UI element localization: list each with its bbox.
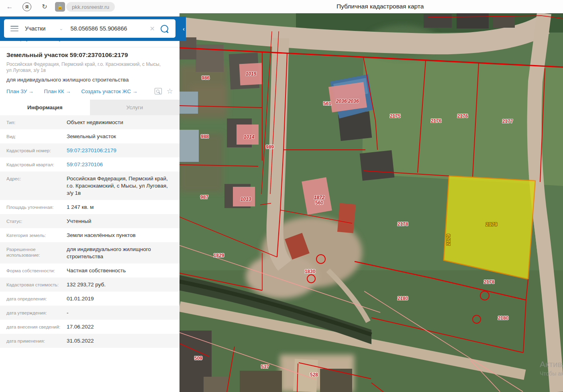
parcel-title: Земельный участок 59:07:2370106:2179 bbox=[6, 51, 173, 59]
info-row-value: 01.01.2019 bbox=[67, 292, 94, 306]
chevron-down-icon[interactable]: ⌄ bbox=[59, 26, 63, 31]
url-text: pkk.rosreestr.ru bbox=[72, 4, 109, 10]
info-row-value-link[interactable]: 59:07:2370106:2179 bbox=[67, 143, 116, 157]
info-row: Тип:Объект недвижимости bbox=[0, 115, 180, 129]
screen: { "browser": { "url": "pkk.rosreestr.ru"… bbox=[0, 0, 563, 392]
lock-icon[interactable]: 🔒 bbox=[55, 2, 65, 12]
info-row-label: дата внесения сведений: bbox=[6, 320, 67, 330]
info-row-value: 17.06.2022 bbox=[67, 320, 94, 334]
info-row-label: Категория земель: bbox=[6, 228, 67, 238]
search-icon[interactable] bbox=[161, 25, 168, 33]
search-category[interactable]: Участки bbox=[25, 25, 45, 32]
info-row-label: Разрешенное использование: bbox=[6, 242, 67, 258]
tab-information[interactable]: Информация bbox=[0, 100, 90, 115]
tab-bar: Информация Услуги bbox=[0, 100, 180, 115]
info-row-label: Кадастровый квартал: bbox=[6, 157, 67, 167]
info-row-value: - bbox=[67, 306, 69, 320]
info-row-label: Адрес: bbox=[6, 172, 67, 182]
info-row-value-link[interactable]: 59:07:2370106 bbox=[67, 157, 103, 172]
search-bar: Участки ⌄ 58.056586 55.906866 ✕ ‹ bbox=[0, 16, 186, 41]
info-row-value: Учтенный bbox=[67, 214, 91, 228]
info-row: дата утверждения:- bbox=[0, 306, 180, 320]
browser-back-icon[interactable]: ← bbox=[4, 0, 15, 13]
info-row-label: дата определения: bbox=[6, 292, 67, 302]
refresh-icon[interactable]: ↻ bbox=[39, 0, 50, 13]
info-panel: ← Вернуться к списку Земельный участок 5… bbox=[0, 13, 180, 392]
info-row-label: Кадастровая стоимость: bbox=[6, 278, 67, 288]
parcel-usage: для индивидуального жилищного строительс… bbox=[6, 77, 173, 83]
cadastral-map[interactable]: 98610159881014989987101318725605612036 2… bbox=[180, 13, 563, 392]
tab-services[interactable]: Услуги bbox=[90, 100, 180, 115]
info-row-label: Кадастровый номер: bbox=[6, 143, 67, 153]
yandex-browser-icon[interactable]: Я bbox=[22, 0, 32, 13]
info-row-label: Тип: bbox=[6, 115, 67, 125]
map-imagery bbox=[180, 13, 563, 392]
info-row-label: Форма собственности: bbox=[6, 263, 67, 274]
info-row: Кадастровая стоимость:132 293,72 руб. bbox=[0, 278, 180, 292]
info-row-value: Земли населённых пунктов bbox=[67, 228, 136, 242]
info-row: дата внесения сведений:17.06.2022 bbox=[0, 320, 180, 334]
info-row-value: Земельный участок bbox=[67, 129, 116, 143]
info-row: Кадастровый квартал:59:07:2370106 bbox=[0, 157, 180, 172]
star-icon[interactable]: ☆ bbox=[167, 88, 173, 95]
info-row: Форма собственности:Частная собственност… bbox=[0, 263, 180, 278]
create-parcel-link[interactable]: Создать участок ЖС → bbox=[81, 88, 137, 94]
info-row-label: Статус: bbox=[6, 214, 67, 224]
info-row-label: Площадь уточненная: bbox=[6, 200, 67, 210]
info-table: Тип:Объект недвижимостиВид:Земельный уча… bbox=[0, 115, 180, 348]
info-row-label: дата утверждения: bbox=[6, 306, 67, 316]
info-row: Вид:Земельный участок bbox=[0, 129, 180, 143]
info-row-value: Объект недвижимости bbox=[67, 115, 123, 129]
info-row-value: для индивидуального жилищного строительс… bbox=[67, 242, 173, 263]
action-links: План ЗУ → План КК → Создать участок ЖС →… bbox=[6, 88, 173, 95]
parcel-address-subtitle: Российская Федерация, Пермский край, г.о… bbox=[6, 61, 163, 74]
parcel-header: Земельный участок 59:07:2370106:2179 Рос… bbox=[0, 47, 180, 95]
info-row: Категория земель:Земли населённых пункто… bbox=[0, 228, 180, 242]
clear-search-icon[interactable]: ✕ bbox=[150, 25, 155, 33]
info-row: Кадастровый номер:59:07:2370106:2179 bbox=[0, 143, 180, 157]
info-row: Адрес:Российская Федерация, Пермский кра… bbox=[0, 172, 180, 200]
plan-kk-link[interactable]: План КК → bbox=[44, 88, 71, 94]
info-row-value: Частная собственность bbox=[67, 263, 126, 278]
info-row-value: Российская Федерация, Пермский край, г.о… bbox=[67, 172, 173, 200]
info-row-value: 132 293,72 руб. bbox=[67, 278, 106, 292]
info-row-value: 1 247 кв. м bbox=[67, 200, 94, 214]
info-row-value: 31.05.2022 bbox=[67, 334, 94, 348]
search-box[interactable]: Участки ⌄ 58.056586 55.906866 ✕ bbox=[4, 19, 175, 38]
page-title: Публичная кадастровая карта bbox=[337, 3, 424, 10]
browser-bar: ← Я ↻ 🔒 pkk.rosreestr.ru Публичная кадас… bbox=[0, 0, 563, 13]
info-row-label: дата применения: bbox=[6, 334, 67, 344]
collapse-panel-icon[interactable]: ‹ bbox=[183, 16, 185, 41]
menu-icon[interactable] bbox=[10, 26, 18, 31]
info-row: дата определения:01.01.2019 bbox=[0, 292, 180, 306]
info-row: Статус:Учтенный bbox=[0, 214, 180, 228]
plan-zu-link[interactable]: План ЗУ → bbox=[6, 88, 34, 94]
address-bar[interactable]: pkk.rosreestr.ru bbox=[66, 2, 115, 12]
info-row: Площадь уточненная:1 247 кв. м bbox=[0, 200, 180, 214]
info-row-label: Вид: bbox=[6, 129, 67, 139]
area-search-icon[interactable] bbox=[155, 88, 162, 94]
info-row: дата применения:31.05.2022 bbox=[0, 334, 180, 348]
info-row: Разрешенное использование:для индивидуал… bbox=[0, 242, 180, 263]
search-input[interactable]: 58.056586 55.906866 bbox=[70, 25, 149, 32]
